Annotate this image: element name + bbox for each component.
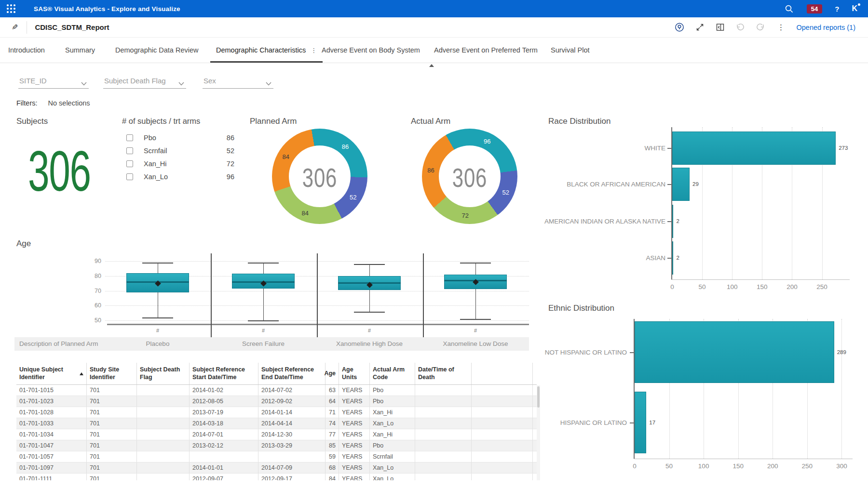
table-cell [415,451,472,462]
x-tick-label: 200 [787,283,798,290]
table-cell [472,451,533,462]
y-tick-label: 50 [72,317,101,324]
tab-survival-plot[interactable]: Survival Plot [551,38,590,63]
insights-icon[interactable] [675,23,684,32]
table-cell: 2014-03-18 [190,418,258,429]
table-row[interactable]: 01-701-11117012012-09-072012-09-1784YEAR… [16,474,537,480]
table-cell: Pbo [370,396,415,407]
avatar[interactable]: K [852,4,857,13]
checkbox-xan_lo[interactable] [126,173,133,180]
bar-not-hispanic-or-latino[interactable] [635,321,834,383]
tab-menu-icon[interactable]: ⋮ [311,47,317,54]
trt-arm-row-pbo[interactable]: Pbo86 [126,131,234,144]
column-header-label: Actual Arm Code [373,366,412,381]
maximize-icon[interactable] [695,23,705,32]
tab-demographic-data-review[interactable]: Demographic Data Review [115,38,198,63]
table-row[interactable]: 01-701-105770159YEARSScrnfail [16,451,537,462]
prompt-site-id[interactable]: SITE_ID [18,73,89,89]
column-header-subject-reference-end-date-time[interactable]: Subject Reference End Date/Time [258,363,326,384]
bar-hispanic-or-latino[interactable] [635,392,646,453]
checkbox-pbo[interactable] [126,134,133,141]
divider [27,21,27,34]
checkbox-xan_hi[interactable] [126,160,133,167]
column-header-actual-arm-code[interactable]: Actual Arm Code [370,363,415,384]
table-cell: 2014-12-30 [258,429,326,440]
tab-summary[interactable]: Summary [65,38,95,63]
planned-arm-donut-chart[interactable]: 30686528484 [272,129,367,224]
bar-american-indian-or-alaska-native[interactable] [672,205,673,238]
app-switcher-icon[interactable] [7,4,15,13]
table-row[interactable]: 01-701-10237012012-08-052012-09-0264YEAR… [16,396,537,407]
column-header-empty[interactable] [472,363,533,384]
column-header-age-units[interactable]: Age Units [339,363,370,384]
trt-arm-row-xan_lo[interactable]: Xan_Lo96 [126,170,234,183]
tab-adverse-event-on-preferred-term[interactable]: Adverse Event on Preferred Term [434,38,538,63]
x-axis-symbol: # [156,328,159,333]
trt-arm-row-xan_hi[interactable]: Xan_Hi72 [126,157,234,170]
whisker-line [263,263,264,320]
column-header-study-site-identifier[interactable]: Study Site Identifier [87,363,137,384]
search-icon[interactable] [785,4,794,13]
actual-arm-donut-chart[interactable]: 30696527286 [422,129,517,224]
help-icon[interactable]: ? [835,5,839,13]
tab-adverse-event-on-body-system[interactable]: Adverse Event on Body System [322,38,420,63]
undo-icon[interactable] [735,23,745,32]
column-header-subject-reference-start-date-time[interactable]: Subject Reference Start Date/Time [190,363,258,384]
slice-value-label: 52 [502,188,509,196]
donut-center-total: 306 [434,162,506,193]
table-cell: 64 [326,396,339,407]
more-options-icon[interactable]: ⋮ [776,23,786,32]
edit-pencil-icon[interactable]: ✎ [12,23,18,32]
column-header-unique-subject-identifier[interactable]: Unique Subject Identifier [16,363,87,384]
table-cell: 01-701-1015 [16,385,87,396]
category-label: NOT HISPANIC OR LATINO [420,349,627,356]
slice-value-label: 84 [302,209,309,216]
table-cell: 2014-01-14 [258,407,326,418]
x-tick-label: 300 [836,462,847,470]
checkbox-scrnfail[interactable] [126,147,133,154]
trt-arm-count: 96 [227,173,234,181]
table-cell [472,440,533,451]
table-cell [190,451,258,462]
slice-value-label: 86 [342,143,349,150]
x-axis-line [107,324,529,325]
table-row[interactable]: 01-701-10347012014-07-012014-12-3077YEAR… [16,429,537,440]
collapse-prompts-caret-icon[interactable] [429,64,434,67]
table-row[interactable]: 01-701-10977012014-01-012014-07-0968YEAR… [16,462,537,474]
panel-toggle-icon[interactable] [715,23,725,32]
table-cell: YEARS [339,429,370,440]
bar-asian[interactable] [672,241,673,275]
tab-introduction[interactable]: Introduction [8,38,45,63]
column-header-label: Age [324,370,336,378]
x-tick-label: 150 [757,283,768,290]
table-row[interactable]: 01-701-10287012013-07-192014-01-1471YEAR… [16,407,537,418]
table-scrollbar[interactable] [537,385,540,480]
column-header-subject-death-flag[interactable]: Subject Death Flag [137,363,190,384]
table-row[interactable]: 01-701-10477012013-02-122013-03-2985YEAR… [16,440,537,451]
redo-icon[interactable] [756,23,765,32]
table-cell: YEARS [339,418,370,429]
table-row[interactable]: 01-701-10157012014-01-022014-07-0263YEAR… [16,385,537,396]
category-label: AMERICAN INDIAN OR ALASKA NATIVE [458,218,665,225]
table-cell: 2014-07-02 [258,385,326,396]
tab-demographic-characteristics[interactable]: Demographic Characteristics⋮ [216,38,317,63]
opened-reports-link[interactable]: Opened reports (1) [796,24,855,31]
column-header-label: Unique Subject Identifier [19,366,80,381]
table-row[interactable]: 01-701-10337012014-03-182014-04-1474YEAR… [16,418,537,429]
column-header-date-time-of-death[interactable]: Date/Time of Death [415,363,472,384]
table-cell: 2012-09-02 [258,396,326,407]
table-cell: YEARS [339,462,370,473]
trt-arm-row-scrnfail[interactable]: Scrnfail52 [126,144,234,157]
category-tick [667,221,671,222]
trt-arm-count: 52 [227,147,234,155]
table-cell: 701 [87,385,137,396]
prompt-subject-death-flag[interactable]: Subject Death Flag [103,73,186,89]
prompt-sex[interactable]: Sex [203,73,273,89]
bar-white[interactable] [672,132,836,165]
tab-label: Adverse Event on Preferred Term [434,46,538,54]
notification-badge[interactable]: 54 [807,4,822,13]
whisker-cap-high [142,263,173,264]
bar-black-or-african-american[interactable] [672,168,690,201]
gridline [841,319,842,459]
column-header-age[interactable]: Age [326,363,339,384]
